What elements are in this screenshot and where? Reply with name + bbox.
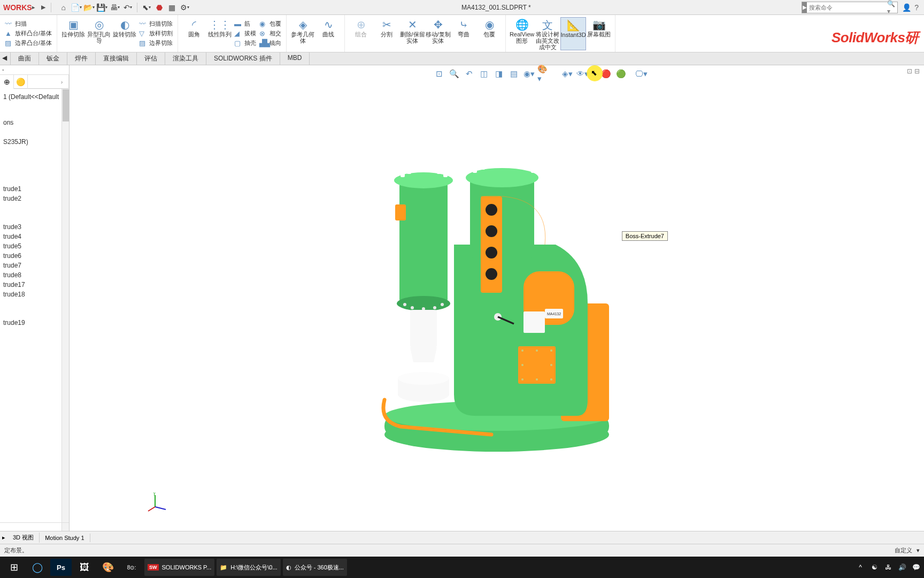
- tree-item[interactable]: ons: [2, 118, 67, 127]
- tree-item[interactable]: trude7: [2, 261, 67, 270]
- help-icon[interactable]: ?: [914, 3, 919, 12]
- curves-button[interactable]: ∿曲线: [315, 17, 341, 50]
- tree-item[interactable]: trude2: [2, 194, 67, 203]
- tab-leading[interactable]: ◀: [0, 52, 11, 65]
- play-icon[interactable]: ▶: [38, 4, 49, 11]
- view-orientation-icon[interactable]: ◨: [492, 67, 505, 80]
- sweep-cut-button[interactable]: 〰扫描切除: [137, 19, 174, 28]
- tree-item[interactable]: trude1: [2, 184, 67, 194]
- view-settings-icon[interactable]: ◈▾: [561, 67, 574, 80]
- linear-pattern-button[interactable]: ⋮⋮线性阵列: [207, 17, 233, 50]
- edit-appearance-icon[interactable]: 🎨▾: [537, 67, 550, 80]
- collapse-icon[interactable]: ⊡: [907, 67, 912, 75]
- tree-item[interactable]: trude5: [2, 241, 67, 251]
- tree-item[interactable]: trude3: [2, 222, 67, 232]
- user-icon[interactable]: 👤: [902, 3, 911, 12]
- tree-scrollbar[interactable]: [61, 89, 69, 522]
- tab-sheetmetal[interactable]: 钣金: [39, 52, 67, 65]
- tab-3dview[interactable]: 3D 视图: [7, 533, 40, 543]
- paint-app[interactable]: 🎨: [97, 559, 119, 576]
- instant3d-button[interactable]: 📐Instant3D: [560, 17, 586, 50]
- open-icon[interactable]: 📂▾: [83, 2, 95, 13]
- tray-notif-icon[interactable]: 💬: [911, 564, 921, 571]
- settings-icon[interactable]: ⚙▾: [179, 2, 191, 13]
- explorer-task[interactable]: 📁H:\微信公众号\0...: [217, 559, 280, 576]
- config-tab-icon[interactable]: 🟡: [14, 75, 28, 89]
- tree-item[interactable]: trude8: [2, 270, 67, 280]
- tree-root[interactable]: 1 (Default<<Default: [2, 92, 67, 102]
- tree-item[interactable]: trude19: [2, 318, 67, 328]
- feature-tree-tab-icon[interactable]: ⊕: [0, 75, 14, 89]
- zoom-area-icon[interactable]: 🔍: [448, 67, 460, 80]
- tab-mbd[interactable]: MBD: [280, 52, 310, 65]
- tab-direct-edit[interactable]: 直接编辑: [96, 52, 137, 65]
- new-icon[interactable]: 📄▾: [71, 2, 82, 13]
- combine-button[interactable]: ⊕组合: [348, 17, 374, 50]
- save-icon[interactable]: 💾▾: [96, 2, 108, 13]
- display-icon[interactable]: 🖵▾: [635, 67, 648, 80]
- dark-app[interactable]: 8⊙:: [121, 559, 142, 576]
- scene-icon[interactable]: 🟢: [614, 67, 627, 80]
- tree-item[interactable]: trude4: [2, 232, 67, 241]
- display-style-icon[interactable]: ▤: [507, 67, 520, 80]
- tab-render[interactable]: 渲染工具: [165, 52, 206, 65]
- home-icon[interactable]: ⌂: [58, 2, 70, 13]
- hole-wizard-button[interactable]: ◎异型孔向导: [86, 17, 112, 50]
- tray-network-icon[interactable]: 🖧: [883, 564, 893, 571]
- ref-geom-button[interactable]: ◈参考几何体: [290, 17, 315, 50]
- intersect-button[interactable]: ⊗相交: [258, 29, 283, 38]
- search-input[interactable]: [807, 4, 885, 11]
- realview-button[interactable]: 🌐RealView 图形: [509, 17, 535, 50]
- tree-item[interactable]: trude17: [2, 280, 67, 290]
- flex-button[interactable]: ⤷弯曲: [451, 17, 476, 50]
- screenshot-button[interactable]: 📷屏幕截图: [586, 17, 612, 50]
- expand-panel-icon[interactable]: ⊟: [914, 67, 920, 75]
- tab-surface[interactable]: 曲面: [11, 52, 39, 65]
- ps-app[interactable]: Ps: [50, 559, 72, 576]
- split-button[interactable]: ✂分割: [374, 17, 399, 50]
- tray-volume-icon[interactable]: 🔊: [897, 564, 907, 571]
- tree-item[interactable]: trude18: [2, 290, 67, 299]
- start-button[interactable]: ⊞: [3, 559, 25, 576]
- search-icon[interactable]: 🔍▾: [885, 0, 897, 15]
- browser-task[interactable]: ◐公众号 - 360极速...: [283, 559, 347, 576]
- shell-button[interactable]: ▢抽壳: [233, 39, 258, 48]
- sweep-button[interactable]: 〰扫描: [3, 19, 53, 28]
- status-arrow-icon[interactable]: ▾: [917, 547, 920, 554]
- search-box[interactable]: ▶ 🔍▾: [802, 2, 898, 13]
- model-3d[interactable]: MA4132: [374, 138, 620, 459]
- options-icon[interactable]: ▦: [166, 2, 178, 13]
- appearance-icon[interactable]: 🔴: [599, 67, 612, 80]
- feature-tree[interactable]: 1 (Default<<Default ons S235JR) trude1 t…: [0, 89, 69, 522]
- model-tab-icon[interactable]: ▸: [0, 534, 7, 541]
- photos-app[interactable]: 🖼: [74, 559, 95, 576]
- tray-ime-icon[interactable]: ☯: [869, 564, 879, 571]
- cortana-icon[interactable]: ◯: [27, 559, 48, 576]
- tab-addins[interactable]: SOLIDWORKS 插件: [206, 52, 280, 65]
- move-copy-button[interactable]: ✥移动/复制实体: [425, 17, 451, 50]
- viewport[interactable]: ⊡ 🔍 ↶ ◫ ◨ ▤ ◉▾ 🎨▾ ◈▾ 👁▾ 🔴 🟢 ⬉ 🖵▾ ⊡ ⊟: [70, 65, 924, 531]
- tree-item[interactable]: S235JR): [2, 137, 67, 147]
- boundary-boss-button[interactable]: ▨边界凸台/基体: [3, 39, 53, 48]
- section-view-icon[interactable]: ◫: [478, 67, 490, 80]
- boundary-cut-button[interactable]: ▨边界切除: [137, 39, 174, 48]
- extrude-cut-button[interactable]: ▣拉伸切除: [60, 17, 86, 50]
- previous-view-icon[interactable]: ↶: [463, 67, 475, 80]
- hide-icon[interactable]: 👁▾: [576, 67, 589, 80]
- loft-boss-button[interactable]: ▲放样凸台/基体: [3, 29, 53, 38]
- draft-button[interactable]: ◢拔模: [233, 29, 258, 38]
- tab-motion-study[interactable]: Motion Study 1: [40, 534, 90, 542]
- wrap-button[interactable]: ◉包覆: [258, 19, 283, 28]
- tree-item[interactable]: trude6: [2, 251, 67, 261]
- revolve-cut-button[interactable]: ◐旋转切除: [112, 17, 137, 50]
- tree-cn-button[interactable]: 文将设计树由英文改成中文: [535, 17, 560, 50]
- mirror-button[interactable]: ▟▙镜向: [258, 39, 283, 48]
- tab-evaluate[interactable]: 评估: [137, 52, 165, 65]
- tray-up-icon[interactable]: ^: [856, 564, 865, 571]
- loft-cut-button[interactable]: ▽放样切割: [137, 29, 174, 38]
- undo-icon[interactable]: ↶▾: [122, 2, 134, 13]
- zoom-fit-icon[interactable]: ⊡: [433, 67, 445, 80]
- expand-icon[interactable]: ›: [55, 75, 69, 89]
- solidworks-task[interactable]: SWSOLIDWORKS P...: [144, 559, 214, 576]
- tab-weldment[interactable]: 焊件: [67, 52, 96, 65]
